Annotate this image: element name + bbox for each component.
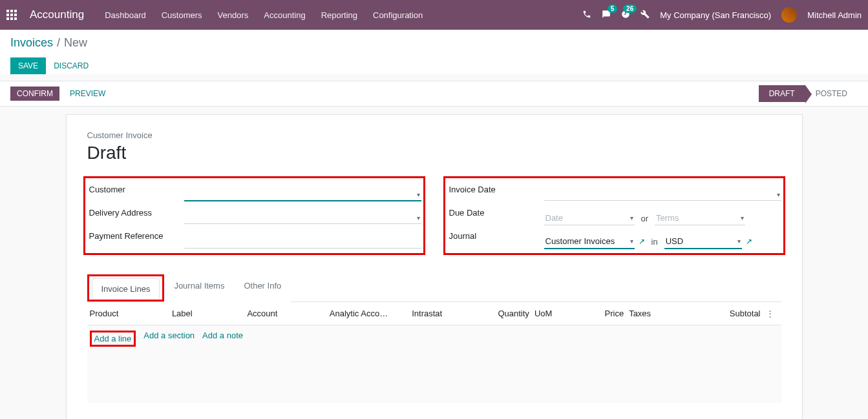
add-note-link[interactable]: Add a note [202,331,243,347]
add-line-link[interactable]: Add a line [94,334,132,343]
control-panel: Invoices / New SAVE DISCARD [0,30,868,74]
activities-badge: 26 [623,5,637,13]
highlight-box-invoice-lines-tab: Invoice Lines [87,274,165,301]
label-payment-reference: Payment Reference [89,231,186,241]
nav-menu: Dashboard Customers Vendors Accounting R… [105,10,423,20]
col-label: Label [172,309,242,318]
form-title: Draft [87,143,781,163]
highlight-box-add-line: Add a line [90,331,136,347]
add-section-link[interactable]: Add a section [143,331,195,347]
status-posted[interactable]: POSTED [805,85,858,102]
confirm-button[interactable]: CONFIRM [10,87,59,101]
top-navbar: Accounting Dashboard Customers Vendors A… [0,0,868,30]
messages-icon[interactable]: 5 [602,10,611,21]
breadcrumb: Invoices / New [10,36,858,50]
nav-vendors[interactable]: Vendors [218,10,249,20]
label-delivery-address: Delivery Address [89,208,186,218]
highlight-box-invoice-group: Invoice Date Due Date Journal [443,176,785,255]
columns-menu-icon[interactable]: ⋮ [766,309,779,318]
avatar[interactable] [781,7,797,23]
nav-dashboard[interactable]: Dashboard [105,10,146,20]
save-button[interactable]: SAVE [10,57,46,74]
col-uom: UoM [535,309,569,318]
breadcrumb-parent[interactable]: Invoices [10,36,53,50]
col-taxes: Taxes [629,309,685,318]
label-invoice-date: Invoice Date [449,185,546,194]
col-intrastat: Intrastat [412,309,468,318]
nav-configuration[interactable]: Configuration [373,10,423,20]
label-due-date: Due Date [449,208,546,218]
invoice-lines-body: Add a line Add a section Add a note [87,325,781,403]
statusbar: CONFIRM PREVIEW DRAFT POSTED [0,81,868,107]
tab-journal-items[interactable]: Journal Items [164,275,234,302]
breadcrumb-current: New [64,36,87,50]
breadcrumb-sep: / [57,36,60,50]
col-analytic: Analytic Acco… [330,309,407,318]
discard-button[interactable]: DISCARD [54,61,89,70]
phone-icon[interactable] [582,10,591,21]
form-subtitle: Customer Invoice [87,130,781,140]
col-account: Account [247,309,324,318]
app-brand[interactable]: Accounting [30,8,84,21]
tools-icon[interactable] [640,10,650,21]
tab-other-info[interactable]: Other Info [234,275,291,302]
col-quantity: Quantity [473,309,529,318]
label-customer: Customer [89,185,186,194]
username[interactable]: Mitchell Admin [807,10,862,20]
col-subtotal: Subtotal [690,309,761,318]
form-right-col: Invoice Date Due Date Journal [447,179,781,259]
form-tabs: Invoice Lines Journal Items Other Info [87,274,781,302]
company-selector[interactable]: My Company (San Francisco) [660,10,771,20]
nav-accounting[interactable]: Accounting [264,10,305,20]
col-price: Price [575,309,624,318]
form-sheet: Customer Invoice Draft Customer Delivery… [66,114,803,419]
highlight-box-customer-group: Customer Delivery Address Payment Refere… [83,176,425,255]
status-draft[interactable]: DRAFT [759,85,805,102]
label-journal: Journal [449,231,546,241]
apps-icon[interactable] [6,10,17,20]
nav-reporting[interactable]: Reporting [321,10,357,20]
activities-icon[interactable]: 26 [621,10,630,21]
invoice-lines-header: Product Label Account Analytic Acco… Int… [87,302,781,325]
form-left-col: Customer Delivery Address Payment Refere… [87,179,421,259]
tab-invoice-lines[interactable]: Invoice Lines [92,278,160,299]
preview-button[interactable]: PREVIEW [65,87,111,101]
nav-customers[interactable]: Customers [162,10,202,20]
col-product: Product [90,309,167,318]
messages-badge: 5 [608,5,618,13]
